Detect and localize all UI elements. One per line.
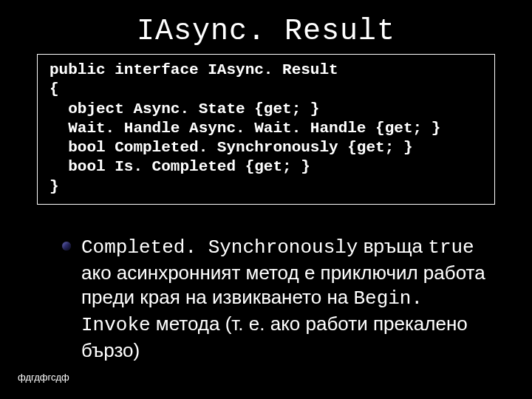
bullet-item: Completed. Synchronously връща true ако … <box>62 234 495 364</box>
bullet-mono: Completed. Synchronously <box>81 236 358 259</box>
bullet-text: Completed. Synchronously връща true ако … <box>81 234 495 364</box>
code-box: public interface IAsync. Result { object… <box>37 54 495 205</box>
code-line: bool Is. Completed {get; } <box>50 158 310 175</box>
slide: IAsync. Result public interface IAsync. … <box>0 0 532 399</box>
footer-text: фдгдфгсдф <box>18 372 69 383</box>
bullet-seg: връща <box>358 235 428 257</box>
code-block: public interface IAsync. Result { object… <box>50 61 482 197</box>
bullet-seg: ако асинхронният метод е приключил работ… <box>81 262 485 309</box>
code-line: } <box>50 178 59 195</box>
code-line: { <box>50 81 59 98</box>
code-line: Wait. Handle Async. Wait. Handle {get; } <box>50 120 440 137</box>
code-line: bool Completed. Synchronously {get; } <box>50 139 412 156</box>
bullet-mono: true <box>428 236 474 259</box>
code-line: public interface IAsync. Result <box>50 61 338 78</box>
code-line: object Async. State {get; } <box>50 100 319 117</box>
bullet-dot-icon <box>62 242 71 250</box>
slide-title: IAsync. Result <box>37 15 495 48</box>
